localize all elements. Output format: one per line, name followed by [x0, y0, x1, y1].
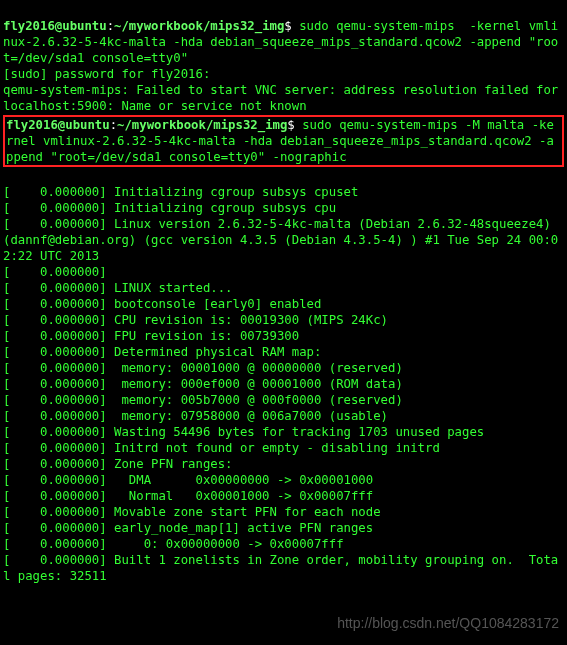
boot-line: [ 0.000000] Movable zone start PFN for e…	[3, 505, 381, 519]
output-vnc-error: qemu-system-mips: Failed to start VNC se…	[3, 83, 566, 113]
prompt-sep: :	[107, 19, 114, 33]
prompt-userhost-2: fly2016@ubuntu	[6, 118, 110, 132]
boot-line: [ 0.000000]	[3, 265, 114, 279]
boot-line: [ 0.000000] early_node_map[1] active PFN…	[3, 521, 373, 535]
prompt-path: ~/myworkbook/mips32_img	[114, 19, 284, 33]
boot-line: [ 0.000000] Initializing cgroup subsys c…	[3, 201, 336, 215]
boot-line: [ 0.000000] Zone PFN ranges:	[3, 457, 233, 471]
prompt-dollar-2: $	[287, 118, 294, 132]
boot-line: [ 0.000000] Linux version 2.6.32-5-4kc-m…	[3, 217, 558, 263]
boot-line: [ 0.000000] 0: 0x00000000 -> 0x00007fff	[3, 537, 344, 551]
boot-line: [ 0.000000] memory: 00001000 @ 00000000 …	[3, 361, 403, 375]
watermark: http://blog.csdn.net/QQ1084283172	[337, 615, 559, 631]
prompt-dollar: $	[284, 19, 291, 33]
prompt-line-2: fly2016@ubuntu:~/myworkbook/mips32_img$ …	[6, 118, 554, 164]
prompt-line-1: fly2016@ubuntu:~/myworkbook/mips32_img$ …	[3, 19, 558, 65]
boot-line: [ 0.000000] Initrd not found or empty - …	[3, 441, 440, 455]
prompt-path-2: ~/myworkbook/mips32_img	[117, 118, 287, 132]
boot-line: [ 0.000000] Wasting 54496 bytes for trac…	[3, 425, 484, 439]
boot-line: [ 0.000000] LINUX started...	[3, 281, 233, 295]
boot-line: [ 0.000000] memory: 07958000 @ 006a7000 …	[3, 409, 388, 423]
boot-line: [ 0.000000] FPU revision is: 00739300	[3, 329, 299, 343]
output-sudo-pw: [sudo] password for fly2016:	[3, 67, 210, 81]
prompt-userhost: fly2016@ubuntu	[3, 19, 107, 33]
boot-line: [ 0.000000] CPU revision is: 00019300 (M…	[3, 313, 388, 327]
prompt-sep-2: :	[110, 118, 117, 132]
boot-line: [ 0.000000] bootconsole [early0] enabled	[3, 297, 321, 311]
boot-line: [ 0.000000] Initializing cgroup subsys c…	[3, 185, 358, 199]
boot-line: [ 0.000000] Built 1 zonelists in Zone or…	[3, 553, 558, 583]
boot-line: [ 0.000000] Determined physical RAM map:	[3, 345, 321, 359]
boot-line: [ 0.000000] memory: 000ef000 @ 00001000 …	[3, 377, 403, 391]
highlighted-command-box: fly2016@ubuntu:~/myworkbook/mips32_img$ …	[3, 115, 564, 167]
boot-line: [ 0.000000] Normal 0x00001000 -> 0x00007…	[3, 489, 373, 503]
boot-line: [ 0.000000] memory: 005b7000 @ 000f0000 …	[3, 393, 403, 407]
boot-line: [ 0.000000] DMA 0x00000000 -> 0x00001000	[3, 473, 373, 487]
terminal[interactable]: fly2016@ubuntu:~/myworkbook/mips32_img$ …	[0, 0, 567, 586]
